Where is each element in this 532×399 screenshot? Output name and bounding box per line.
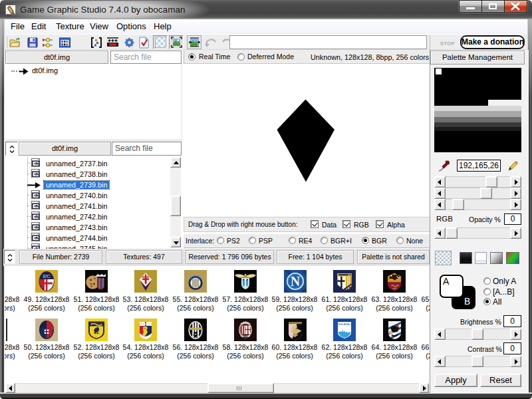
svg-text:N: N (291, 274, 301, 289)
svg-text:PESCARA C.: PESCARA C. (337, 323, 352, 326)
svg-text:BfC: BfC (43, 274, 51, 279)
